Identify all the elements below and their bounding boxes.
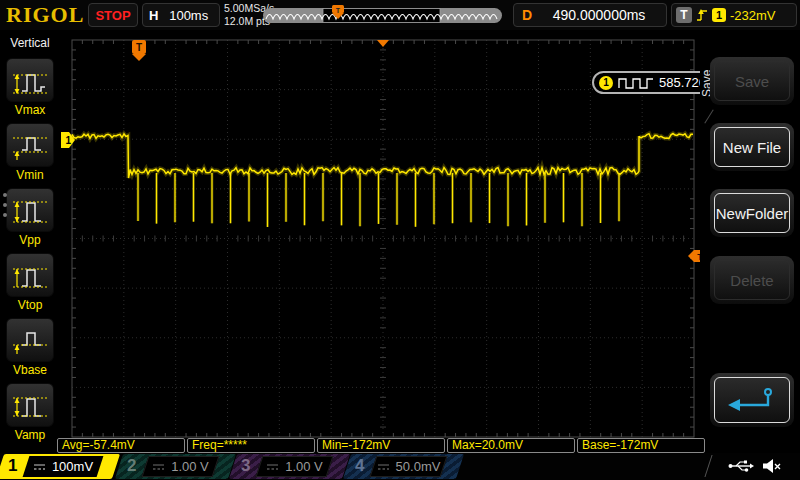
- svg-text:T: T: [336, 7, 341, 14]
- vamp-icon: .w{stroke:#e8e8e8;fill:none;stroke-width…: [10, 388, 50, 422]
- back-button[interactable]: [710, 373, 794, 427]
- trigger-label: T: [676, 7, 692, 23]
- softkey-label: New File: [714, 127, 790, 167]
- menu-item-button: .w{stroke:#e8e8e8;fill:none;stroke-width…: [6, 318, 54, 362]
- display-center-marker: [377, 40, 389, 47]
- menu-item-vmax[interactable]: .w{stroke:#e8e8e8;fill:none;stroke-width…: [6, 58, 54, 117]
- channel-scale: 1.00 V: [285, 459, 323, 474]
- save-button[interactable]: Save: [710, 57, 794, 105]
- square-wave-icon: [618, 77, 654, 89]
- trigger-status-badge[interactable]: T 1 -232mV: [671, 3, 797, 27]
- menu-tab-notch: [704, 109, 713, 123]
- menu-item-vmin[interactable]: .w{stroke:#e8e8e8;fill:none;stroke-width…: [6, 123, 54, 182]
- softkey-label: NewFolder: [714, 193, 790, 233]
- measurement-cell: Min=-172mV: [317, 438, 445, 453]
- vpp-icon: .w{stroke:#e8e8e8;fill:none;stroke-width…: [10, 193, 50, 227]
- channel-settings: 1.00 V: [259, 453, 330, 480]
- top-status-bar: RIGOL STOP H 100ms 5.00MSa/s 12.0M pts T…: [0, 0, 800, 31]
- menu-item-vamp[interactable]: .w{stroke:#e8e8e8;fill:none;stroke-width…: [6, 383, 54, 442]
- svg-text:1: 1: [66, 135, 72, 146]
- menu-page-dots: [3, 193, 7, 217]
- channel-settings: 1.00 V: [145, 453, 216, 480]
- menu-item-button: .w{stroke:#e8e8e8;fill:none;stroke-width…: [6, 58, 54, 102]
- channel-4-badge[interactable]: 450.0mV: [347, 453, 460, 480]
- softkey-label: [714, 377, 790, 423]
- channel-status-bar: 1100mV21.00 V31.00 V450.0mV: [0, 453, 800, 480]
- return-arrow-icon: [724, 386, 780, 414]
- dc-coupling-icon: [266, 462, 279, 472]
- measurement-results-bar: Avg=-57.4mVFreq=*****Min=-172mVMax=20.0m…: [57, 438, 705, 453]
- svg-text:T: T: [136, 42, 142, 53]
- vtop-icon: .w{stroke:#e8e8e8;fill:none;stroke-width…: [10, 258, 50, 292]
- rigol-logo: RIGOL: [6, 2, 84, 28]
- channel-settings: 100mV: [26, 453, 100, 480]
- system-status-icons: [728, 455, 788, 477]
- menu-item-button: .w{stroke:#e8e8e8;fill:none;stroke-width…: [6, 123, 54, 167]
- channel-number: 3: [241, 456, 250, 476]
- menu-item-label: Vamp: [15, 428, 45, 442]
- menu-item-vtop[interactable]: .w{stroke:#e8e8e8;fill:none;stroke-width…: [6, 253, 54, 312]
- memory-position-strip[interactable]: T: [263, 5, 502, 25]
- channel-number: 1: [8, 456, 17, 476]
- menu-item-vpp[interactable]: .w{stroke:#e8e8e8;fill:none;stroke-width…: [6, 188, 54, 247]
- menu-item-button: .w{stroke:#e8e8e8;fill:none;stroke-width…: [6, 188, 54, 232]
- dc-coupling-icon: [152, 462, 165, 472]
- channel-scale: 50.0mV: [396, 459, 441, 474]
- dc-coupling-icon: [377, 462, 390, 472]
- softkey-label: Delete: [714, 260, 790, 300]
- channel-3-badge[interactable]: 31.00 V: [233, 453, 346, 480]
- channel-scale: 100mV: [52, 459, 93, 474]
- measurement-cell: Max=20.0mV: [447, 438, 575, 453]
- delay-label: D: [522, 7, 532, 23]
- horizontal-scale-value: 100ms: [158, 8, 219, 23]
- horizontal-label: H: [149, 8, 158, 23]
- horizontal-scale-badge[interactable]: H 100ms: [142, 3, 220, 27]
- measurement-cell: Avg=-57.4mV: [57, 438, 185, 453]
- delay-value: 490.000000ms: [532, 7, 666, 23]
- menu-item-label: Vmin: [16, 168, 43, 182]
- dc-coupling-icon: [33, 462, 46, 472]
- channel-number: 2: [127, 456, 136, 476]
- menu-item-label: Vmax: [15, 103, 46, 117]
- menu-item-label: Vbase: [13, 363, 47, 377]
- newfolder-button[interactable]: NewFolder: [710, 189, 794, 237]
- rising-edge-icon: [696, 7, 708, 23]
- channel-settings: 50.0mV: [373, 453, 444, 480]
- menu-item-vbase[interactable]: .w{stroke:#e8e8e8;fill:none;stroke-width…: [6, 318, 54, 377]
- counter-source-badge: 1: [599, 76, 613, 90]
- oscilloscope-screen: RIGOL STOP H 100ms 5.00MSa/s 12.0M pts T…: [0, 0, 800, 480]
- run-state-badge[interactable]: STOP: [88, 3, 138, 27]
- measurement-cell: Base=-172mV: [577, 438, 705, 453]
- trigger-delay-badge[interactable]: D 490.000000ms: [513, 3, 667, 27]
- usb-icon: [728, 459, 754, 473]
- menu-item-button: .w{stroke:#e8e8e8;fill:none;stroke-width…: [6, 383, 54, 427]
- channel-1-badge[interactable]: 1100mV: [0, 453, 116, 480]
- trigger-level-value: -232mV: [730, 8, 776, 23]
- menu-item-button: .w{stroke:#e8e8e8;fill:none;stroke-width…: [6, 253, 54, 297]
- channel-scale: 1.00 V: [171, 459, 209, 474]
- speaker-muted-icon: [762, 458, 782, 474]
- trigger-position-marker[interactable]: T: [132, 40, 146, 61]
- waveform-display: 1TT 1 585.726 Hz: [60, 30, 700, 445]
- menu-item-label: Vtop: [18, 298, 43, 312]
- vbase-icon: .w{stroke:#e8e8e8;fill:none;stroke-width…: [10, 323, 50, 357]
- delete-button[interactable]: Delete: [710, 256, 794, 304]
- softkey-label: Save: [714, 61, 790, 101]
- measure-menu-title: Vertical: [10, 36, 49, 50]
- save-menu: Save SaveNew FileNewFolderDelete: [700, 30, 800, 445]
- channel-2-badge[interactable]: 21.00 V: [119, 453, 232, 480]
- new-file-button[interactable]: New File: [710, 123, 794, 171]
- menu-item-label: Vpp: [19, 233, 40, 247]
- vmax-icon: .w{stroke:#e8e8e8;fill:none;stroke-width…: [10, 63, 50, 97]
- vmin-icon: .w{stroke:#e8e8e8;fill:none;stroke-width…: [10, 128, 50, 162]
- memory-waveform-icon: T: [263, 5, 502, 25]
- channel-number: 4: [355, 456, 364, 476]
- measure-menu: Vertical .w{stroke:#e8e8e8;fill:none;str…: [0, 30, 61, 445]
- measurement-cell: Freq=*****: [187, 438, 315, 453]
- trigger-source-badge: 1: [712, 8, 726, 22]
